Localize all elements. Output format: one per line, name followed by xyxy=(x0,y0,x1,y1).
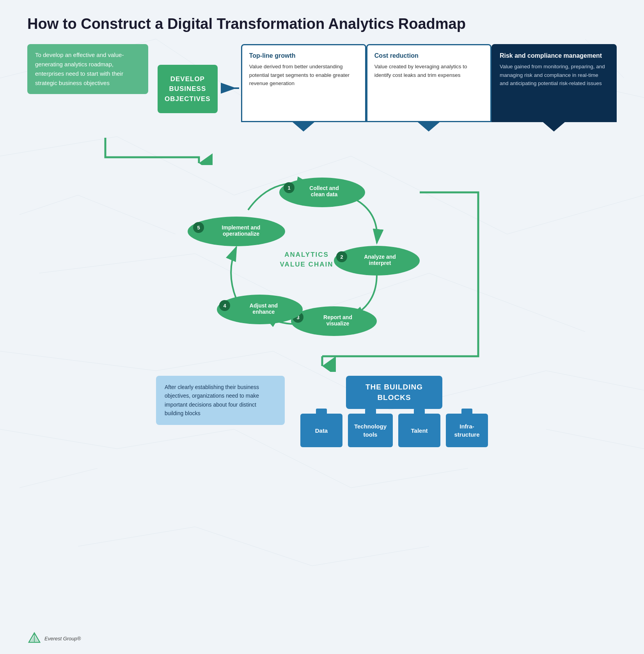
svg-line-24 xyxy=(312,546,429,566)
svg-text:clean data: clean data xyxy=(310,191,337,197)
card-cost-reduction: Cost reduction Value created by leveragi… xyxy=(366,44,491,134)
card-risk-compliance: Risk and compliance management Value gai… xyxy=(491,44,617,134)
svg-text:Collect and: Collect and xyxy=(309,185,339,191)
svg-text:4: 4 xyxy=(223,303,226,309)
block-technology-tools: Technology tools xyxy=(348,414,393,447)
svg-line-22 xyxy=(78,527,195,546)
intro-note: To develop an effective and value-genera… xyxy=(27,44,148,94)
svg-text:interpret: interpret xyxy=(369,260,391,266)
svg-line-23 xyxy=(195,527,312,566)
building-blocks-note: After clearly establishing their busines… xyxy=(156,376,285,425)
card-desc-1: Value derived from better understanding … xyxy=(249,62,358,88)
svg-text:enhance: enhance xyxy=(252,309,275,315)
block-data: Data xyxy=(300,414,342,447)
building-blocks-title: THE BUILDING BLOCKS xyxy=(346,376,442,409)
business-objectives-group: DEVELOP BUSINESS OBJECTIVES Top- xyxy=(158,44,617,134)
card-arrow-2 xyxy=(366,122,491,134)
svg-text:Analyze and: Analyze and xyxy=(364,254,396,260)
block-infrastructure: Infra- structure xyxy=(446,414,488,447)
page-title: How to Construct a Digital Transformatio… xyxy=(27,16,617,32)
card-title-3: Risk and compliance management xyxy=(500,52,609,59)
svg-text:Report and: Report and xyxy=(323,314,352,320)
building-blocks-area: THE BUILDING BLOCKS Data Technology tool… xyxy=(300,376,488,447)
objective-cards: Top-line growth Value derived from bette… xyxy=(241,44,617,134)
card-desc-3: Value gained from monitoring, preparing,… xyxy=(500,62,609,88)
svg-text:1: 1 xyxy=(287,185,290,191)
svg-text:2: 2 xyxy=(340,254,343,260)
footer: Everest Group® xyxy=(27,631,81,645)
blocks-row: Data Technology tools Talent Infra- stru… xyxy=(300,414,488,447)
svg-text:VALUE CHAIN: VALUE CHAIN xyxy=(280,261,333,268)
card-title-1: Top-line growth xyxy=(249,52,358,59)
card-top-line-growth: Top-line growth Value derived from bette… xyxy=(241,44,366,134)
footer-text: Everest Group® xyxy=(44,636,81,642)
svg-text:visualize: visualize xyxy=(326,320,349,327)
card-top-line-growth-body: Top-line growth Value derived from bette… xyxy=(241,44,366,122)
card-arrow-3 xyxy=(491,122,617,134)
block-talent: Talent xyxy=(398,414,440,447)
svg-text:ANALYTICS: ANALYTICS xyxy=(284,251,329,258)
card-arrow-1 xyxy=(241,122,366,134)
arrow-to-develop xyxy=(218,80,241,98)
develop-business-objectives: DEVELOP BUSINESS OBJECTIVES xyxy=(158,65,218,114)
card-desc-2: Value created by leveraging analytics to… xyxy=(374,62,483,79)
analytics-value-chain-diagram: 1 Collect and clean data 2 Analyze and i… xyxy=(147,153,498,372)
card-risk-compliance-body: Risk and compliance management Value gai… xyxy=(491,44,617,122)
svg-text:Adjust and: Adjust and xyxy=(249,302,277,309)
svg-text:5: 5 xyxy=(197,225,200,231)
card-cost-reduction-body: Cost reduction Value created by leveragi… xyxy=(366,44,491,122)
everest-group-logo-icon xyxy=(27,631,41,645)
card-title-2: Cost reduction xyxy=(374,52,483,59)
svg-text:operationalize: operationalize xyxy=(222,231,259,237)
svg-text:Implement and: Implement and xyxy=(222,224,260,231)
